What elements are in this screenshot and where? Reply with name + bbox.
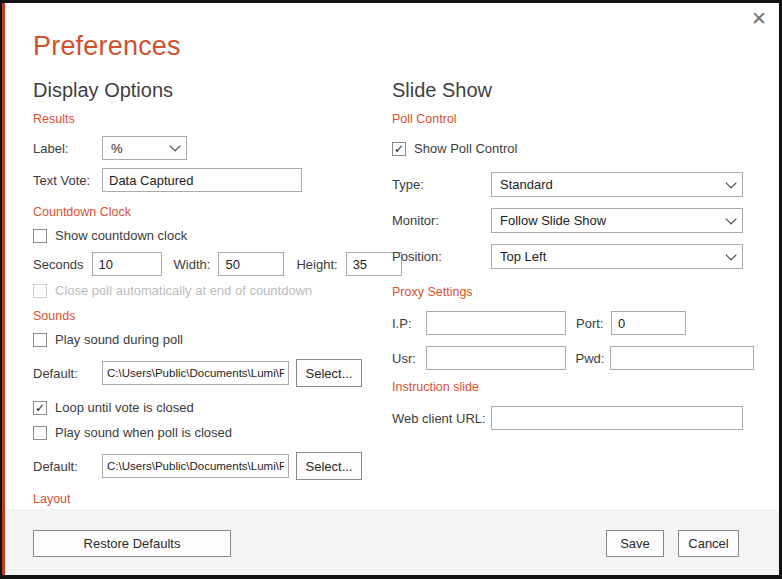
type-value: Standard [500, 177, 553, 192]
height-label: Height: [296, 257, 337, 272]
loop-until-closed-checkbox[interactable]: ✓ [33, 401, 47, 415]
width-input[interactable] [218, 252, 284, 276]
close-icon[interactable]: ✕ [751, 9, 767, 28]
pwd-label: Pwd: [576, 351, 611, 366]
close-poll-auto-checkbox: ✓ [33, 284, 47, 298]
poll-control-subheading: Poll Control [392, 112, 754, 126]
seconds-label: Seconds [33, 257, 84, 272]
play-sound-when-closed-label: Play sound when poll is closed [55, 425, 232, 440]
position-row: Position: Top Left [392, 244, 754, 269]
close-poll-auto-label: Close poll automatically at end of count… [55, 283, 312, 298]
chevron-down-icon [725, 249, 736, 260]
port-input[interactable] [611, 311, 686, 335]
monitor-label: Monitor: [392, 213, 491, 228]
proxy-settings-subheading: Proxy Settings [392, 285, 754, 299]
position-select[interactable]: Top Left [491, 244, 743, 269]
window-edge-accent [2, 3, 5, 575]
label-format-value: % [111, 141, 123, 156]
monitor-value: Follow Slide Show [500, 213, 606, 228]
label-format-label: Label: [33, 141, 102, 156]
select-open-sound-button[interactable]: Select... [296, 359, 362, 387]
text-vote-row: Text Vote: [33, 168, 383, 192]
close-poll-auto-checkbox-row: ✓ Close poll automatically at end of cou… [33, 283, 383, 298]
countdown-clock-subheading: Countdown Clock [33, 205, 383, 219]
results-subheading: Results [33, 112, 383, 126]
default-open-sound-label: Default: [33, 366, 102, 381]
show-countdown-checkbox[interactable]: ✓ [33, 229, 47, 243]
show-poll-control-checkbox-row[interactable]: ✓ Show Poll Control [392, 141, 754, 156]
text-vote-label: Text Vote: [33, 173, 102, 188]
chevron-down-icon [725, 177, 736, 188]
default-close-sound-input[interactable] [102, 454, 289, 478]
play-sound-during-poll-checkbox[interactable]: ✓ [33, 333, 47, 347]
play-sound-when-closed-checkbox[interactable]: ✓ [33, 426, 47, 440]
layout-subheading: Layout [33, 492, 383, 506]
web-client-url-label: Web client URL: [392, 411, 491, 426]
restore-defaults-button[interactable]: Restore Defaults [33, 530, 231, 557]
type-label: Type: [392, 177, 491, 192]
slide-show-section: Slide Show Poll Control ✓ Show Poll Cont… [392, 79, 754, 430]
position-value: Top Left [500, 249, 546, 264]
default-open-sound-input[interactable] [102, 361, 289, 385]
type-select[interactable]: Standard [491, 172, 743, 197]
usr-label: Usr: [392, 351, 426, 366]
width-label: Width: [174, 257, 211, 272]
select-close-sound-button[interactable]: Select... [296, 452, 362, 480]
cancel-button[interactable]: Cancel [678, 530, 739, 557]
play-sound-when-closed-checkbox-row[interactable]: ✓ Play sound when poll is closed [33, 425, 383, 440]
seconds-input[interactable] [92, 252, 162, 276]
chevron-down-icon [169, 140, 180, 151]
display-options-section: Display Options Results Label: % Text Vo… [33, 79, 383, 530]
show-countdown-checkbox-row[interactable]: ✓ Show countdown clock [33, 228, 383, 243]
default-open-sound-row: Default: Select... [33, 359, 383, 387]
save-button[interactable]: Save [606, 530, 664, 557]
show-poll-control-label: Show Poll Control [414, 141, 517, 156]
sounds-subheading: Sounds [33, 309, 383, 323]
usr-input[interactable] [426, 346, 566, 370]
preferences-dialog: ✕ Preferences Display Options Results La… [0, 0, 782, 579]
show-countdown-label: Show countdown clock [55, 228, 187, 243]
ip-port-row: I.P: Port: [392, 311, 754, 335]
chevron-down-icon [725, 213, 736, 224]
label-format-row: Label: % [33, 136, 383, 160]
play-sound-during-poll-label: Play sound during poll [55, 332, 183, 347]
type-row: Type: Standard [392, 172, 754, 197]
position-label: Position: [392, 249, 491, 264]
port-label: Port: [576, 316, 611, 331]
display-options-heading: Display Options [33, 79, 383, 102]
loop-until-closed-label: Loop until vote is closed [55, 400, 194, 415]
pwd-input[interactable] [610, 346, 754, 370]
default-close-sound-label: Default: [33, 459, 102, 474]
usr-pwd-row: Usr: Pwd: [392, 346, 754, 370]
default-close-sound-row: Default: Select... [33, 452, 383, 480]
play-sound-during-poll-checkbox-row[interactable]: ✓ Play sound during poll [33, 332, 383, 347]
slide-show-heading: Slide Show [392, 79, 754, 102]
label-format-select[interactable]: % [102, 136, 187, 160]
instruction-slide-subheading: Instruction slide [392, 380, 754, 394]
dialog-footer: Restore Defaults Save Cancel [2, 509, 779, 575]
ip-label: I.P: [392, 316, 426, 331]
loop-until-closed-checkbox-row[interactable]: ✓ Loop until vote is closed [33, 400, 383, 415]
web-client-url-input[interactable] [491, 406, 743, 430]
ip-input[interactable] [426, 311, 566, 335]
countdown-size-row: Seconds Width: Height: [33, 252, 383, 276]
show-poll-control-checkbox[interactable]: ✓ [392, 142, 406, 156]
monitor-row: Monitor: Follow Slide Show [392, 208, 754, 233]
page-title: Preferences [33, 31, 181, 62]
text-vote-input[interactable] [102, 168, 302, 192]
web-client-url-row: Web client URL: [392, 406, 754, 430]
monitor-select[interactable]: Follow Slide Show [491, 208, 743, 233]
